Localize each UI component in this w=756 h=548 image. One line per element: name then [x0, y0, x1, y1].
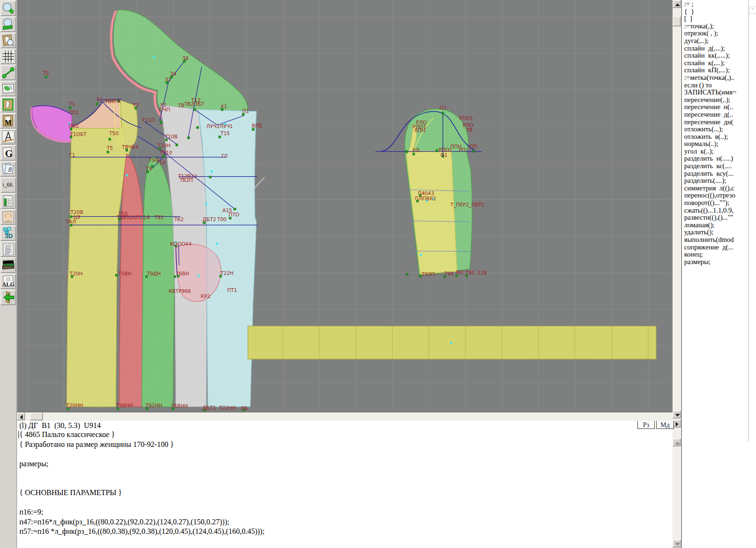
command-item[interactable]: пересечение д(.. — [682, 111, 748, 119]
svg-text:Т11П: Т11П — [141, 117, 155, 123]
command-item[interactable]: сплайн кП(,...); — [682, 67, 748, 74]
command-item[interactable]: разделить кс(.... — [682, 163, 748, 170]
tool-ruler-8-button[interactable]: 8 — [0, 161, 16, 177]
tool-text-doc-button[interactable] — [0, 241, 16, 257]
editor-line[interactable]: размеры; — [19, 459, 672, 469]
command-item[interactable]: удалить(); — [682, 229, 748, 236]
svg-text:Т22Н: Т22Н — [220, 270, 234, 276]
editor-line[interactable]: п57:=п16 *л_фнк(рз_16,((80,0.38),(92,0.3… — [19, 527, 672, 537]
command-item[interactable]: выполнить(dmod — [682, 236, 748, 244]
scroll-left-icon — [20, 415, 23, 420]
command-item[interactable]: отрезок( , ); — [682, 30, 748, 37]
tool-g-doc-button[interactable]: G — [0, 145, 16, 161]
tool-zoom-in-button[interactable] — [0, 0, 16, 16]
tool-pattern-m-button[interactable]: M — [0, 113, 16, 128]
tool-threed-button[interactable]: 3D — [0, 225, 16, 241]
command-item[interactable]: ЗАПИСАТЬ(имя= — [682, 89, 748, 96]
command-item[interactable]: разделить н(.....) — [682, 155, 748, 163]
tool-exit-button[interactable] — [0, 290, 16, 305]
rz-button[interactable]: Рз — [637, 421, 655, 429]
editor-scroll-up-button[interactable] — [672, 438, 681, 446]
view-map-icon — [1, 82, 15, 95]
editor-line[interactable] — [19, 479, 672, 488]
command-item[interactable]: разделить ксу(... — [682, 170, 748, 178]
svg-text:КР2: КР2 — [201, 293, 210, 299]
command-item[interactable]: перенос((),отрезо — [682, 192, 748, 199]
command-item[interactable]: поворот(()...""); — [682, 199, 748, 207]
command-item[interactable]: симметрия л((),с — [682, 185, 748, 192]
editor-line[interactable]: { 4865 Пальто классическое } — [19, 430, 672, 440]
md-button[interactable]: Мд — [656, 421, 674, 429]
command-item[interactable]: угол к(..); — [682, 148, 748, 155]
svg-text:Т1ОБТ: Т1ОБТ — [69, 131, 86, 137]
command-item[interactable]: нормаль(..); — [682, 140, 748, 148]
svg-text:ПТ1: ПТ1 — [227, 287, 237, 293]
command-item[interactable]: сплайн д(,...); — [682, 45, 748, 52]
canvas-vertical-scrollbar[interactable] — [672, 0, 681, 430]
editor-scroll-down-button[interactable] — [672, 539, 681, 548]
command-item[interactable]: отложить(...); — [682, 126, 748, 133]
program-text-editor[interactable]: { 4865 Пальто классическое }{ Разработан… — [17, 430, 672, 548]
command-item[interactable]: развести((),()..."" — [682, 214, 748, 222]
editor-line[interactable] — [19, 449, 672, 459]
svg-text:Т58НН: Т58НН — [116, 402, 133, 408]
command-item[interactable]: сопряжение д(... — [682, 244, 748, 251]
tool-alg-button[interactable]: ALG — [0, 274, 16, 289]
svg-text:Т92: Т92 — [154, 214, 164, 220]
command-item[interactable]: ломаная(); — [682, 222, 748, 229]
scroll-left-button[interactable] — [17, 412, 25, 420]
command-item[interactable]: разделить(....); — [682, 177, 748, 185]
command-item[interactable]: пересечение(..); — [682, 96, 748, 104]
command-item[interactable]: { } — [682, 8, 748, 16]
tool-i66-button[interactable]: i_66. — [0, 177, 16, 193]
command-item[interactable]: отложить в(..); — [682, 133, 748, 141]
editor-line[interactable]: п47:=п16*л_фнк(рз_16,((80,0.22),(92,0.22… — [19, 517, 672, 527]
canvas-hscroll-thumb[interactable] — [30, 412, 43, 420]
scroll-up-button[interactable] — [672, 0, 681, 8]
svg-text:РЛ: РЛ — [412, 147, 419, 153]
command-item[interactable]: размеры; — [682, 258, 748, 266]
editor-line[interactable]: { Разработано на размер женщины 170-92-1… — [19, 440, 672, 450]
canvas-horizontal-scrollbar[interactable] — [17, 412, 672, 421]
scroll-down-button[interactable] — [672, 411, 681, 419]
drawing-canvas[interactable]: Т0З3З4З1Т3ТВ6Г4Т7Т1ТО1ПВ2Т1ОБТТ50Т5ТВЧБ4… — [17, 0, 672, 412]
command-item[interactable]: :=точка(,); — [682, 23, 748, 30]
svg-text:Т_ПЕР2_ПЕР1: Т_ПЕР2_ПЕР1 — [450, 202, 484, 208]
books-icon — [1, 258, 15, 272]
command-item[interactable]: сплайн кк(,....); — [682, 52, 748, 60]
command-item[interactable]: сплайн к(,...); — [682, 60, 748, 67]
command-item[interactable]: :=метка(точка(,).. — [682, 74, 748, 82]
svg-text:ДБТ1: ДБТ1 — [203, 405, 216, 411]
tool-grid-button[interactable] — [0, 49, 16, 64]
scroll-right-icon — [676, 422, 679, 427]
command-item[interactable]: дуга(,..); — [682, 37, 748, 45]
svg-text:П1: П1 — [242, 108, 249, 114]
svg-text:Т8: Т8 — [178, 103, 184, 108]
command-item[interactable]: если () то — [682, 82, 748, 89]
command-item[interactable]: сжать(()...1.1,0.9, — [682, 207, 748, 214]
tool-zoom-out-button[interactable] — [0, 17, 16, 32]
tool-size-table-button[interactable] — [0, 193, 16, 209]
tool-books-button[interactable] — [0, 257, 16, 273]
command-item[interactable]: пересечение н(.. — [682, 103, 748, 111]
command-item[interactable]: := ; — [682, 0, 748, 8]
command-item[interactable]: [ ] — [682, 15, 748, 23]
command-scroll-up-button[interactable]: ⌃ — [749, 7, 756, 14]
editor-vertical-scrollbar[interactable] — [672, 430, 681, 548]
tool-pattern-frame-button[interactable] — [0, 97, 16, 112]
piece-strip-green[interactable] — [142, 156, 175, 407]
editor-line[interactable] — [19, 498, 672, 508]
command-item[interactable]: пересечение дн( — [682, 119, 748, 126]
editor-scroll-up-icon — [675, 442, 680, 445]
tool-view-map-button[interactable] — [0, 81, 16, 96]
tool-model-photo-button[interactable] — [0, 209, 16, 225]
editor-line[interactable]: { ОСНОВНЫЕ ПАРАМЕТРЫ } — [19, 488, 672, 498]
command-item[interactable]: конец; — [682, 251, 748, 258]
tool-measure-button[interactable] — [0, 65, 16, 80]
svg-text:ЛУЧ2ЛУЧ1: ЛУЧ2ЛУЧ1 — [206, 123, 233, 129]
editor-line[interactable] — [19, 469, 672, 479]
editor-line[interactable]: п16:=9; — [19, 507, 672, 517]
tool-drafting-button[interactable] — [0, 129, 16, 145]
tool-zoom-sheet-button[interactable] — [0, 33, 16, 48]
canvas-vscroll-thumb[interactable] — [672, 16, 681, 26]
